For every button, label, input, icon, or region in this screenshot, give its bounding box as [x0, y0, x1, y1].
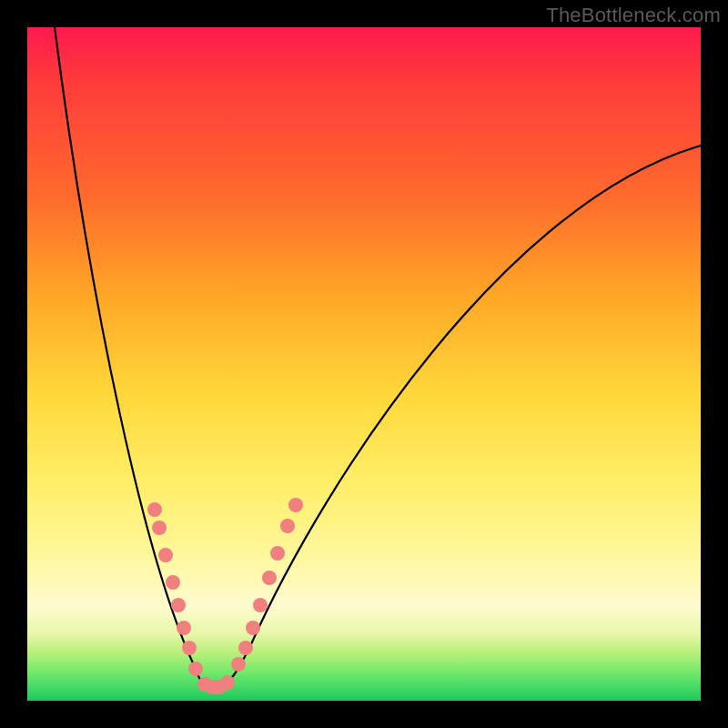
gradient-background — [27, 27, 701, 701]
watermark-text: TheBottleneck.com — [546, 4, 721, 27]
chart-frame: TheBottleneck.com — [0, 0, 728, 728]
